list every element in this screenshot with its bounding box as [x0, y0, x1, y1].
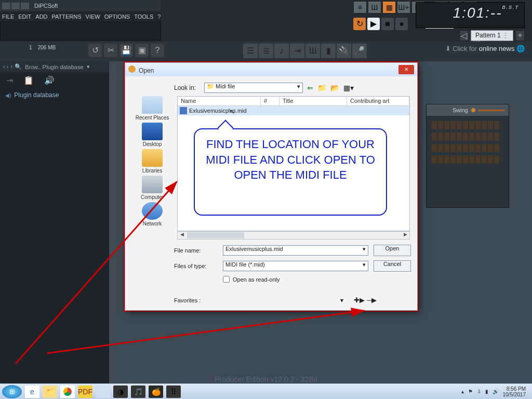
- toolbar-icon[interactable]: ⇥: [290, 44, 304, 58]
- lookin-label: Look in:: [174, 84, 200, 91]
- menu-patterns[interactable]: PATTERNS: [52, 14, 82, 20]
- swing-bar: [478, 110, 504, 111]
- col-name[interactable]: Name: [178, 97, 261, 105]
- step-row[interactable]: [432, 132, 503, 141]
- pattern-selector[interactable]: ◁ Pattern 1 ⋮ +: [459, 30, 525, 41]
- pattern-prev-icon[interactable]: ◁: [459, 30, 469, 41]
- title-bar[interactable]: DiPCSoft: [0, 0, 161, 11]
- open-button[interactable]: Open: [374, 245, 411, 256]
- menu-tools[interactable]: TOOLS: [134, 14, 153, 20]
- dialog-titlebar[interactable]: Open ✕: [125, 63, 417, 76]
- place-computer[interactable]: Computer: [141, 176, 164, 200]
- place-desktop[interactable]: Desktop: [142, 123, 163, 147]
- col-num[interactable]: #: [261, 97, 280, 105]
- cancel-button[interactable]: Cancel: [374, 260, 411, 272]
- taskbar-chrome-icon[interactable]: [60, 385, 75, 398]
- menu-help[interactable]: ?: [157, 14, 161, 20]
- taskbar-fl-icon[interactable]: 🍊: [149, 385, 163, 398]
- pattern-add-icon[interactable]: +: [515, 30, 525, 41]
- scroll-left-icon[interactable]: ◀: [178, 232, 186, 239]
- menu-edit[interactable]: EDIT: [18, 14, 31, 20]
- windows-taskbar[interactable]: ⊞ e 📁 PDF ◑ 🎵 🍊 ⠿ ▴ ⚑ ⇩ ▮ 🔊 8:56 PM 10/5…: [0, 383, 532, 399]
- place-libraries[interactable]: Libraries: [142, 149, 163, 174]
- undo-history-icon[interactable]: ↺: [88, 44, 102, 57]
- menu-add[interactable]: ADD: [35, 14, 47, 20]
- browser-item-plugin-db[interactable]: Plugin database: [0, 88, 109, 102]
- scroll-thumb[interactable]: [187, 232, 244, 238]
- place-recent[interactable]: Recent Places: [136, 96, 169, 121]
- fav-remove-icon[interactable]: ─▶: [367, 296, 377, 304]
- time-display[interactable]: 1:01:--B.S.T: [416, 2, 525, 28]
- render-icon[interactable]: ▣: [135, 44, 149, 57]
- toolbar-icon[interactable]: 🎤: [352, 44, 367, 58]
- sys-min-icon[interactable]: [11, 3, 20, 9]
- browser-quick-icons[interactable]: ⇥📋🔊: [0, 72, 109, 88]
- sys-close-icon[interactable]: [21, 3, 29, 9]
- horizontal-scrollbar[interactable]: ◀ ▶: [177, 231, 410, 240]
- readonly-checkbox[interactable]: [223, 276, 230, 283]
- pattern-name[interactable]: Pattern 1 ⋮: [471, 30, 513, 41]
- place-network[interactable]: Network: [142, 202, 163, 227]
- toolbar-icon[interactable]: Ш: [305, 44, 320, 58]
- file-list-header[interactable]: Name # Title Contributing art: [178, 97, 409, 106]
- cursor-icon: ↖: [230, 108, 235, 115]
- toolbar-icon[interactable]: ☰: [243, 44, 258, 58]
- taskbar-app-icon[interactable]: ⠿: [166, 385, 181, 398]
- toolbar-icon[interactable]: ♪: [274, 44, 289, 58]
- taskbar-pdf-icon[interactable]: PDF: [78, 385, 92, 398]
- taskbar-explorer-icon[interactable]: 📁: [43, 385, 57, 398]
- scroll-right-icon[interactable]: ▶: [401, 232, 409, 239]
- help-icon[interactable]: ?: [151, 44, 164, 57]
- file-row-selected[interactable]: Exlusivemusicplus.mid: [178, 106, 409, 115]
- filetype-dropdown[interactable]: MIDI file (*.mid)▾: [223, 261, 368, 271]
- toolbar-strip: 1 206 MB ↺ ✂ 💾 ▣ ? ☰ ≣ ♪ ⇥ Ш ▮ 🔌 🎤 ⬇ Cli…: [0, 42, 532, 61]
- audio-icon: 🔊: [44, 75, 55, 85]
- view-menu-icon[interactable]: ▦▾: [343, 84, 354, 92]
- channel-rack[interactable]: Swing: [426, 104, 509, 208]
- step-row[interactable]: [432, 144, 503, 152]
- dialog-title-text: Open: [139, 67, 154, 74]
- toolbar-icon[interactable]: 🔌: [337, 44, 351, 58]
- system-tray[interactable]: ▴ ⚑ ⇩ ▮ 🔊 8:56 PM 10/5/2017: [461, 386, 530, 397]
- toolbar-icon[interactable]: ≣: [259, 44, 273, 58]
- menu-file[interactable]: FILE: [2, 14, 14, 20]
- taskbar-app-icon[interactable]: [96, 385, 110, 398]
- back-icon[interactable]: ⇐: [307, 84, 313, 92]
- col-contrib[interactable]: Contributing art: [347, 97, 409, 105]
- tray-download-icon[interactable]: ⇩: [477, 389, 481, 394]
- step-row[interactable]: [432, 121, 503, 129]
- menu-options[interactable]: OPTIONS: [104, 14, 130, 20]
- start-button[interactable]: ⊞: [2, 385, 22, 398]
- taskbar-app-icon[interactable]: 🎵: [131, 385, 145, 398]
- browser-header[interactable]: ‹ › ↑ 🔍 Brow.. Plugin database ▾: [0, 61, 109, 72]
- favorites-dropdown[interactable]: ▾: [223, 297, 343, 304]
- tray-network-icon[interactable]: ▮: [485, 389, 488, 394]
- edition-label: Producer Edition v12.0.2 - 32Bit: [0, 375, 532, 383]
- step-row[interactable]: [432, 155, 503, 164]
- open-dialog: Open ✕ Look in: 📁 Midi file▾ ⇐ 📁 📂 ▦▾ Re…: [125, 62, 418, 311]
- tray-flag-icon[interactable]: ⚑: [468, 389, 473, 394]
- windows-logo-icon: ⊞: [9, 388, 15, 395]
- taskbar-ie-icon[interactable]: e: [25, 385, 39, 398]
- cut-icon[interactable]: ✂: [104, 44, 117, 57]
- filename-input[interactable]: Exlusivemusicplus.mid▾: [223, 245, 368, 256]
- new-folder-icon[interactable]: 📂: [330, 84, 339, 92]
- up-icon[interactable]: 📁: [317, 84, 326, 92]
- menu-view[interactable]: VIEW: [86, 14, 100, 20]
- fl-header: DiPCSoft FILE EDIT ADD PATTERNS VIEW OPT…: [0, 0, 532, 42]
- tray-clock[interactable]: 8:56 PM 10/5/2017: [503, 386, 526, 397]
- tray-up-icon[interactable]: ▴: [461, 389, 464, 394]
- close-button[interactable]: ✕: [398, 65, 414, 74]
- lookin-dropdown[interactable]: 📁 Midi file▾: [204, 83, 303, 93]
- browser-panel: ‹ › ↑ 🔍 Brow.. Plugin database ▾ ⇥📋🔊 Plu…: [0, 61, 109, 383]
- midi-file-icon: [180, 107, 187, 114]
- swing-knob-icon[interactable]: [471, 108, 475, 112]
- col-title[interactable]: Title: [280, 97, 347, 105]
- taskbar-app-icon[interactable]: ◑: [113, 385, 128, 398]
- fav-add-icon[interactable]: ✚▶: [354, 296, 365, 304]
- save-icon[interactable]: 💾: [119, 44, 133, 57]
- news-link[interactable]: ⬇ Click for online news 🌐: [445, 45, 525, 52]
- tray-volume-icon[interactable]: 🔊: [493, 389, 499, 394]
- sys-dropdown-icon[interactable]: [2, 3, 10, 9]
- toolbar-icon[interactable]: ▮: [321, 44, 336, 58]
